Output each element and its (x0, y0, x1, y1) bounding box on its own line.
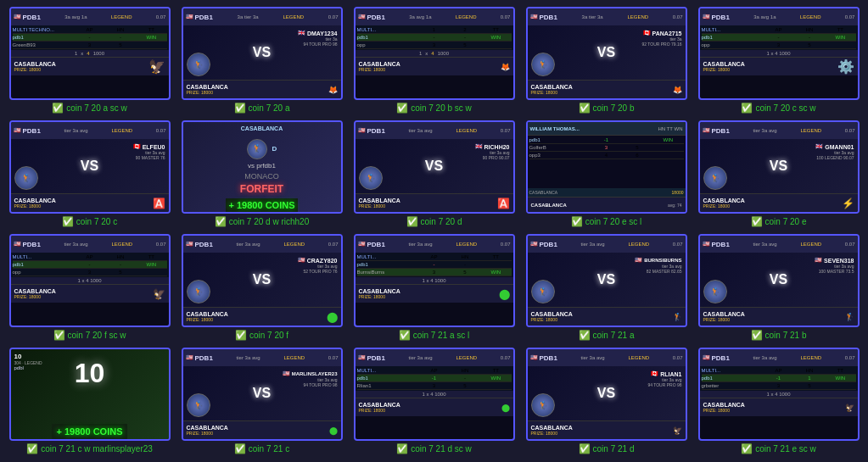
card-5[interactable]: 🇺🇸PDB1 3a avg 1a LEGEND 0.07 MULTI...APH… (696, 7, 861, 114)
card-10-label: ✅ coin 7 20 e (751, 216, 807, 227)
card-4-label: ✅ coin 7 20 b (579, 103, 635, 114)
card-2-label: ✅ coin 7 20 a (234, 103, 290, 114)
card-18-label: ✅ coin 7 21 d sc w (396, 443, 472, 454)
card-18-image[interactable]: 🇺🇸PDB1 tier 3a avg LEGEND 0.07 MULTI...A… (354, 348, 515, 441)
card-15-image[interactable]: 🇺🇸PDB1 tier 3a avg LEGEND 0.07 🏌️ VS 🇺🇸S… (698, 234, 860, 327)
card-2[interactable]: 🇺🇸PDB1 3a tier 3a LEGEND 0.07 🏌️ VS 🇬🇧DM… (179, 7, 344, 114)
card-13-image[interactable]: 🇺🇸PDB1 tier 3a avg LEGEND 0.07 MULTI...A… (354, 234, 515, 327)
card-18[interactable]: 🇺🇸PDB1 tier 3a avg LEGEND 0.07 MULTI...A… (351, 348, 517, 454)
check-icon-20: ✅ (741, 443, 753, 454)
card-5-image[interactable]: 🇺🇸PDB1 3a avg 1a LEGEND 0.07 MULTI...APH… (698, 7, 860, 100)
card-16-label: ✅ coin 7 21 c w marlinsplayer23 (26, 443, 153, 454)
card-12[interactable]: 🇺🇸PDB1 tier 3a avg LEGEND 0.07 🏌️ VS 🇺🇸C… (179, 234, 344, 341)
card-9-label: ✅ coin 7 20 e sc l (571, 216, 642, 227)
card-16[interactable]: 10 304 · LEGEND pdbl 10 + 19800 COINS ✅ … (7, 348, 172, 454)
card-12-image[interactable]: 🇺🇸PDB1 tier 3a avg LEGEND 0.07 🏌️ VS 🇺🇸C… (182, 234, 343, 327)
check-icon-2: ✅ (234, 103, 246, 114)
card-10[interactable]: 🇺🇸PDB1 tier 3a avg LEGEND 0.07 🏌️ VS 🇬🇧G… (696, 120, 861, 227)
card-19-image[interactable]: 🇺🇸PDB1 tier 3a avg LEGEND 0.07 🏌️ VS 🇨🇦R… (526, 348, 687, 441)
card-14[interactable]: 🇺🇸PDB1 tier 3a avg LEGEND 0.07 🏌️ VS 🇺🇸B… (524, 234, 689, 341)
big-coins-text: + 19800 COINS (57, 426, 123, 437)
card-19-label: ✅ coin 7 21 d (579, 443, 635, 454)
card-20-image[interactable]: 🇺🇸PDB1 tier 3a avg LEGEND 0.07 MULTI...A… (698, 348, 860, 441)
check-icon-12: ✅ (235, 330, 247, 341)
check-icon-5: ✅ (741, 103, 753, 114)
card-13[interactable]: 🇺🇸PDB1 tier 3a avg LEGEND 0.07 MULTI...A… (351, 234, 517, 341)
card-15[interactable]: 🇺🇸PDB1 tier 3a avg LEGEND 0.07 🏌️ VS 🇺🇸S… (696, 234, 861, 341)
check-icon-11: ✅ (53, 330, 65, 341)
card-7-image[interactable]: CASABLANCA 🏌️ D vs prfdb1 MONACO FORFEIT… (182, 120, 343, 214)
check-icon-16: ✅ (26, 443, 38, 454)
card-20[interactable]: 🇺🇸PDB1 tier 3a avg LEGEND 0.07 MULTI...A… (696, 348, 861, 454)
card-1-image[interactable]: 🇺🇸PDB1 3a avg 1a LEGEND 0.07 MULTI TECHN… (9, 7, 171, 100)
card-16-image[interactable]: 10 304 · LEGEND pdbl 10 + 19800 COINS (9, 348, 171, 441)
card-2-image[interactable]: 🇺🇸PDB1 3a tier 3a LEGEND 0.07 🏌️ VS 🇬🇧DM… (182, 7, 343, 100)
card-11-label: ✅ coin 7 20 f sc w (53, 330, 126, 341)
card-13-label: ✅ coin 7 21 a sc l (399, 330, 470, 341)
check-icon-3: ✅ (396, 103, 408, 114)
card-3-image[interactable]: 🇺🇸PDB1 3a avg 1a LEGEND 0.07 MULTI...12T… (354, 7, 515, 100)
card-3[interactable]: 🇺🇸PDB1 3a avg 1a LEGEND 0.07 MULTI...12T… (351, 7, 517, 114)
forfeit-coins: + 19800 COINS (229, 200, 295, 210)
check-icon-8: ✅ (406, 216, 418, 227)
check-icon-18: ✅ (396, 443, 408, 454)
card-6[interactable]: 🇺🇸PDB1 tier 3a avg LEGEND 0.07 🏌️ VS 🇨🇦E… (7, 120, 172, 227)
card-grid: 🇺🇸PDB1 3a avg 1a LEGEND 0.07 MULTI TECHN… (0, 0, 868, 461)
check-icon-10: ✅ (751, 216, 763, 227)
card-4[interactable]: 🇺🇸PDB1 3a tier 3a LEGEND 0.07 🏌️ VS 🇨🇦PA… (524, 7, 689, 114)
card-11-image[interactable]: 🇺🇸PDB1 tier 3a avg LEGEND 0.07 MULTI...A… (9, 234, 171, 327)
check-icon-6: ✅ (62, 216, 74, 227)
card-6-label: ✅ coin 7 20 c (62, 216, 117, 227)
card-17[interactable]: 🇺🇸PDB1 tier 3a avg LEGEND 0.07 🏌️ VS 🇺🇸M… (179, 348, 344, 454)
card-7[interactable]: CASABLANCA 🏌️ D vs prfdb1 MONACO FORFEIT… (179, 120, 344, 227)
card-5-label: ✅ coin 7 20 c sc w (741, 103, 815, 114)
check-icon-4: ✅ (579, 103, 591, 114)
card-1-label: ✅ coin 7 20 a sc w (52, 103, 127, 114)
check-icon-13: ✅ (399, 330, 411, 341)
card-17-image[interactable]: 🇺🇸PDB1 tier 3a avg LEGEND 0.07 🏌️ VS 🇺🇸M… (182, 348, 343, 441)
check-icon-7: ✅ (215, 216, 227, 227)
card-19[interactable]: 🇺🇸PDB1 tier 3a avg LEGEND 0.07 🏌️ VS 🇨🇦R… (524, 348, 689, 454)
check-icon-15: ✅ (751, 330, 763, 341)
card-10-image[interactable]: 🇺🇸PDB1 tier 3a avg LEGEND 0.07 🏌️ VS 🇬🇧G… (698, 120, 860, 214)
card-3-label: ✅ coin 7 20 b sc w (396, 103, 472, 114)
card-8-label: ✅ coin 7 20 d (406, 216, 462, 227)
card-7-label: ✅ coin 7 20 d w richh20 (215, 216, 310, 227)
card-8[interactable]: 🇺🇸PDB1 tier 3a avg LEGEND 0.07 🏌️ VS 🇬🇧R… (351, 120, 517, 227)
check-icon-9: ✅ (571, 216, 583, 227)
card-17-label: ✅ coin 7 21 c (234, 443, 289, 454)
check-icon-14: ✅ (579, 330, 591, 341)
card-9-image[interactable]: WILLIAM THOMAS... HN TT WN pdb1-1WIN Gol… (526, 120, 687, 214)
card-9[interactable]: WILLIAM THOMAS... HN TT WN pdb1-1WIN Gol… (524, 120, 689, 227)
card-15-label: ✅ coin 7 21 b (751, 330, 807, 341)
card-8-image[interactable]: 🇺🇸PDB1 tier 3a avg LEGEND 0.07 🏌️ VS 🇬🇧R… (354, 120, 515, 214)
forfeit-text: FORFEIT (240, 183, 283, 195)
card-11[interactable]: 🇺🇸PDB1 tier 3a avg LEGEND 0.07 MULTI...A… (7, 234, 172, 341)
check-icon: ✅ (52, 103, 64, 114)
card-20-label: ✅ coin 7 21 e sc w (741, 443, 816, 454)
card-12-label: ✅ coin 7 20 f (235, 330, 288, 341)
card-14-image[interactable]: 🇺🇸PDB1 tier 3a avg LEGEND 0.07 🏌️ VS 🇺🇸B… (526, 234, 687, 327)
check-icon-17: ✅ (234, 443, 246, 454)
card-6-image[interactable]: 🇺🇸PDB1 tier 3a avg LEGEND 0.07 🏌️ VS 🇨🇦E… (9, 120, 171, 214)
card-1[interactable]: 🇺🇸PDB1 3a avg 1a LEGEND 0.07 MULTI TECHN… (7, 7, 172, 114)
check-icon-19: ✅ (579, 443, 591, 454)
card-4-image[interactable]: 🇺🇸PDB1 3a tier 3a LEGEND 0.07 🏌️ VS 🇨🇦PA… (526, 7, 687, 100)
card-14-label: ✅ coin 7 21 a (579, 330, 635, 341)
